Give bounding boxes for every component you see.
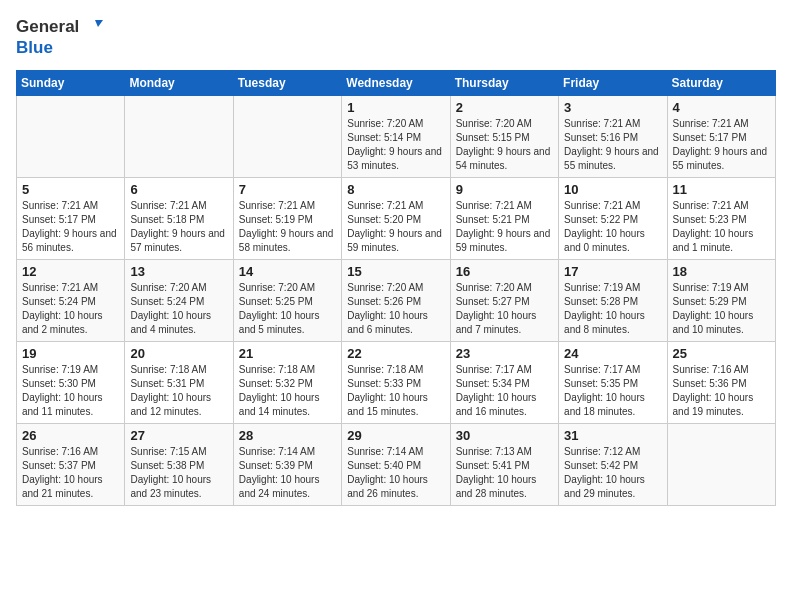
day-info: Sunrise: 7:18 AM Sunset: 5:32 PM Dayligh…: [239, 363, 336, 419]
calendar-cell: 7Sunrise: 7:21 AM Sunset: 5:19 PM Daylig…: [233, 177, 341, 259]
day-number: 27: [130, 428, 227, 443]
day-number: 30: [456, 428, 553, 443]
logo: General Blue: [16, 16, 103, 58]
day-info: Sunrise: 7:21 AM Sunset: 5:20 PM Dayligh…: [347, 199, 444, 255]
day-info: Sunrise: 7:19 AM Sunset: 5:29 PM Dayligh…: [673, 281, 770, 337]
calendar-cell: 22Sunrise: 7:18 AM Sunset: 5:33 PM Dayli…: [342, 341, 450, 423]
calendar-cell: 26Sunrise: 7:16 AM Sunset: 5:37 PM Dayli…: [17, 423, 125, 505]
calendar-cell: 19Sunrise: 7:19 AM Sunset: 5:30 PM Dayli…: [17, 341, 125, 423]
day-number: 5: [22, 182, 119, 197]
day-number: 12: [22, 264, 119, 279]
calendar-cell: 30Sunrise: 7:13 AM Sunset: 5:41 PM Dayli…: [450, 423, 558, 505]
calendar-cell: 17Sunrise: 7:19 AM Sunset: 5:28 PM Dayli…: [559, 259, 667, 341]
day-info: Sunrise: 7:20 AM Sunset: 5:26 PM Dayligh…: [347, 281, 444, 337]
day-number: 16: [456, 264, 553, 279]
weekday-header-sunday: Sunday: [17, 70, 125, 95]
day-info: Sunrise: 7:20 AM Sunset: 5:25 PM Dayligh…: [239, 281, 336, 337]
calendar-cell: 18Sunrise: 7:19 AM Sunset: 5:29 PM Dayli…: [667, 259, 775, 341]
calendar-cell: 6Sunrise: 7:21 AM Sunset: 5:18 PM Daylig…: [125, 177, 233, 259]
day-number: 28: [239, 428, 336, 443]
day-info: Sunrise: 7:14 AM Sunset: 5:39 PM Dayligh…: [239, 445, 336, 501]
day-info: Sunrise: 7:15 AM Sunset: 5:38 PM Dayligh…: [130, 445, 227, 501]
day-number: 29: [347, 428, 444, 443]
calendar-cell: 11Sunrise: 7:21 AM Sunset: 5:23 PM Dayli…: [667, 177, 775, 259]
calendar-cell: [667, 423, 775, 505]
day-number: 23: [456, 346, 553, 361]
calendar-cell: 15Sunrise: 7:20 AM Sunset: 5:26 PM Dayli…: [342, 259, 450, 341]
calendar-cell: 12Sunrise: 7:21 AM Sunset: 5:24 PM Dayli…: [17, 259, 125, 341]
calendar-cell: [17, 95, 125, 177]
calendar-table: SundayMondayTuesdayWednesdayThursdayFrid…: [16, 70, 776, 506]
day-number: 4: [673, 100, 770, 115]
day-number: 11: [673, 182, 770, 197]
calendar-cell: 24Sunrise: 7:17 AM Sunset: 5:35 PM Dayli…: [559, 341, 667, 423]
day-number: 19: [22, 346, 119, 361]
day-number: 20: [130, 346, 227, 361]
day-number: 9: [456, 182, 553, 197]
weekday-header-wednesday: Wednesday: [342, 70, 450, 95]
calendar-cell: 4Sunrise: 7:21 AM Sunset: 5:17 PM Daylig…: [667, 95, 775, 177]
day-number: 14: [239, 264, 336, 279]
day-info: Sunrise: 7:21 AM Sunset: 5:17 PM Dayligh…: [673, 117, 770, 173]
week-row-3: 12Sunrise: 7:21 AM Sunset: 5:24 PM Dayli…: [17, 259, 776, 341]
day-number: 8: [347, 182, 444, 197]
week-row-4: 19Sunrise: 7:19 AM Sunset: 5:30 PM Dayli…: [17, 341, 776, 423]
day-info: Sunrise: 7:21 AM Sunset: 5:23 PM Dayligh…: [673, 199, 770, 255]
calendar-cell: 16Sunrise: 7:20 AM Sunset: 5:27 PM Dayli…: [450, 259, 558, 341]
calendar-cell: 14Sunrise: 7:20 AM Sunset: 5:25 PM Dayli…: [233, 259, 341, 341]
day-info: Sunrise: 7:21 AM Sunset: 5:17 PM Dayligh…: [22, 199, 119, 255]
day-info: Sunrise: 7:12 AM Sunset: 5:42 PM Dayligh…: [564, 445, 661, 501]
calendar-cell: 23Sunrise: 7:17 AM Sunset: 5:34 PM Dayli…: [450, 341, 558, 423]
day-info: Sunrise: 7:20 AM Sunset: 5:14 PM Dayligh…: [347, 117, 444, 173]
page-header: General Blue: [16, 16, 776, 58]
day-number: 1: [347, 100, 444, 115]
week-row-1: 1Sunrise: 7:20 AM Sunset: 5:14 PM Daylig…: [17, 95, 776, 177]
calendar-cell: 25Sunrise: 7:16 AM Sunset: 5:36 PM Dayli…: [667, 341, 775, 423]
logo-general: General: [16, 17, 79, 37]
svg-marker-0: [95, 20, 103, 27]
weekday-header-thursday: Thursday: [450, 70, 558, 95]
logo-bird-icon: [81, 16, 103, 38]
calendar-cell: 9Sunrise: 7:21 AM Sunset: 5:21 PM Daylig…: [450, 177, 558, 259]
day-info: Sunrise: 7:17 AM Sunset: 5:34 PM Dayligh…: [456, 363, 553, 419]
day-number: 13: [130, 264, 227, 279]
day-info: Sunrise: 7:19 AM Sunset: 5:30 PM Dayligh…: [22, 363, 119, 419]
weekday-header-saturday: Saturday: [667, 70, 775, 95]
day-info: Sunrise: 7:21 AM Sunset: 5:24 PM Dayligh…: [22, 281, 119, 337]
calendar-cell: 5Sunrise: 7:21 AM Sunset: 5:17 PM Daylig…: [17, 177, 125, 259]
day-info: Sunrise: 7:20 AM Sunset: 5:24 PM Dayligh…: [130, 281, 227, 337]
day-info: Sunrise: 7:19 AM Sunset: 5:28 PM Dayligh…: [564, 281, 661, 337]
calendar-body: 1Sunrise: 7:20 AM Sunset: 5:14 PM Daylig…: [17, 95, 776, 505]
calendar-cell: 2Sunrise: 7:20 AM Sunset: 5:15 PM Daylig…: [450, 95, 558, 177]
day-number: 3: [564, 100, 661, 115]
day-info: Sunrise: 7:21 AM Sunset: 5:16 PM Dayligh…: [564, 117, 661, 173]
day-info: Sunrise: 7:18 AM Sunset: 5:31 PM Dayligh…: [130, 363, 227, 419]
weekday-header-tuesday: Tuesday: [233, 70, 341, 95]
day-number: 10: [564, 182, 661, 197]
day-info: Sunrise: 7:17 AM Sunset: 5:35 PM Dayligh…: [564, 363, 661, 419]
calendar-cell: 1Sunrise: 7:20 AM Sunset: 5:14 PM Daylig…: [342, 95, 450, 177]
day-info: Sunrise: 7:20 AM Sunset: 5:15 PM Dayligh…: [456, 117, 553, 173]
calendar-cell: 27Sunrise: 7:15 AM Sunset: 5:38 PM Dayli…: [125, 423, 233, 505]
day-number: 6: [130, 182, 227, 197]
calendar-cell: 21Sunrise: 7:18 AM Sunset: 5:32 PM Dayli…: [233, 341, 341, 423]
day-number: 18: [673, 264, 770, 279]
day-info: Sunrise: 7:21 AM Sunset: 5:18 PM Dayligh…: [130, 199, 227, 255]
day-info: Sunrise: 7:14 AM Sunset: 5:40 PM Dayligh…: [347, 445, 444, 501]
calendar-cell: [125, 95, 233, 177]
logo-blue: Blue: [16, 38, 53, 58]
week-row-2: 5Sunrise: 7:21 AM Sunset: 5:17 PM Daylig…: [17, 177, 776, 259]
day-info: Sunrise: 7:21 AM Sunset: 5:22 PM Dayligh…: [564, 199, 661, 255]
day-number: 24: [564, 346, 661, 361]
calendar-cell: 10Sunrise: 7:21 AM Sunset: 5:22 PM Dayli…: [559, 177, 667, 259]
day-info: Sunrise: 7:21 AM Sunset: 5:19 PM Dayligh…: [239, 199, 336, 255]
week-row-5: 26Sunrise: 7:16 AM Sunset: 5:37 PM Dayli…: [17, 423, 776, 505]
day-number: 15: [347, 264, 444, 279]
calendar-cell: 3Sunrise: 7:21 AM Sunset: 5:16 PM Daylig…: [559, 95, 667, 177]
day-number: 31: [564, 428, 661, 443]
weekday-header-friday: Friday: [559, 70, 667, 95]
day-info: Sunrise: 7:21 AM Sunset: 5:21 PM Dayligh…: [456, 199, 553, 255]
calendar-cell: 20Sunrise: 7:18 AM Sunset: 5:31 PM Dayli…: [125, 341, 233, 423]
day-number: 2: [456, 100, 553, 115]
calendar-cell: 13Sunrise: 7:20 AM Sunset: 5:24 PM Dayli…: [125, 259, 233, 341]
